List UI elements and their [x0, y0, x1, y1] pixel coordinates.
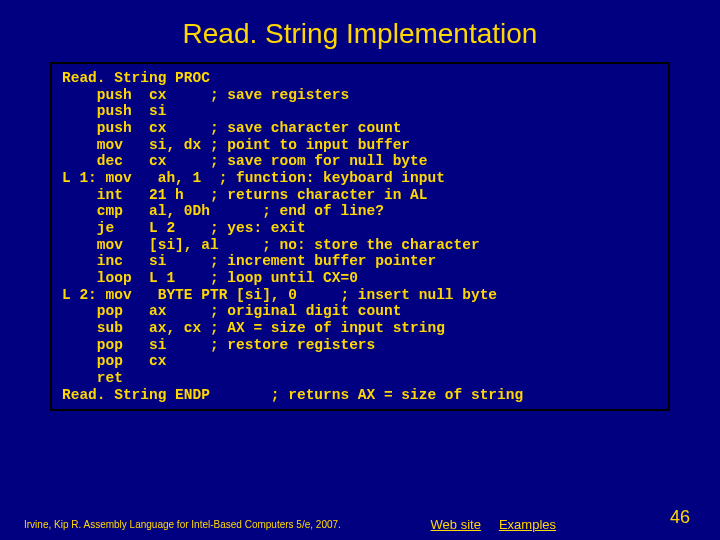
page-title: Read. String Implementation: [0, 0, 720, 58]
footer-links: Web site Examples: [431, 517, 556, 532]
page-number: 46: [670, 507, 690, 528]
website-link[interactable]: Web site: [431, 517, 481, 532]
footer: Irvine, Kip R. Assembly Language for Int…: [0, 517, 720, 532]
citation-text: Irvine, Kip R. Assembly Language for Int…: [24, 519, 431, 530]
code-container: Read. String PROC push cx ; save registe…: [50, 62, 670, 411]
examples-link[interactable]: Examples: [499, 517, 556, 532]
code-listing: Read. String PROC push cx ; save registe…: [62, 70, 658, 403]
